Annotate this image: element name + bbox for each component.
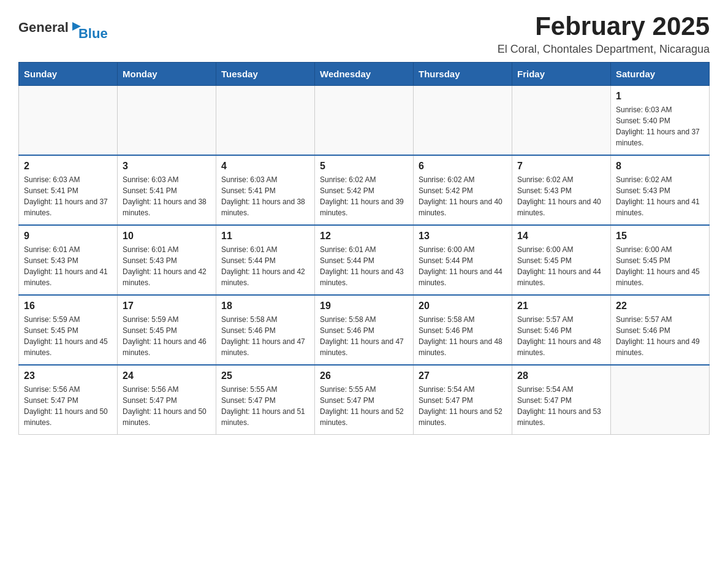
day-number: 22 <box>616 301 704 312</box>
title-block: February 2025 El Coral, Chontales Depart… <box>498 12 710 56</box>
calendar-week-row: 9Sunrise: 6:01 AM Sunset: 5:43 PM Daylig… <box>19 225 710 295</box>
day-info: Sunrise: 5:54 AM Sunset: 5:47 PM Dayligh… <box>419 384 507 428</box>
calendar-week-row: 23Sunrise: 5:56 AM Sunset: 5:47 PM Dayli… <box>19 365 710 435</box>
calendar-day-cell: 6Sunrise: 6:02 AM Sunset: 5:42 PM Daylig… <box>414 155 512 225</box>
calendar-day-cell: 1Sunrise: 6:03 AM Sunset: 5:40 PM Daylig… <box>611 86 710 156</box>
day-number: 8 <box>616 161 704 172</box>
day-number: 15 <box>616 231 704 242</box>
calendar-body: 1Sunrise: 6:03 AM Sunset: 5:40 PM Daylig… <box>19 86 710 435</box>
day-number: 27 <box>419 370 507 381</box>
day-number: 1 <box>616 91 704 102</box>
calendar-day-cell: 21Sunrise: 5:57 AM Sunset: 5:46 PM Dayli… <box>512 295 611 365</box>
day-number: 23 <box>24 370 112 381</box>
calendar-day-cell: 19Sunrise: 5:58 AM Sunset: 5:46 PM Dayli… <box>315 295 414 365</box>
calendar-day-cell: 27Sunrise: 5:54 AM Sunset: 5:47 PM Dayli… <box>414 365 512 435</box>
day-info: Sunrise: 6:03 AM Sunset: 5:40 PM Dayligh… <box>616 104 704 148</box>
day-number: 2 <box>24 161 112 172</box>
calendar-day-cell <box>19 86 118 156</box>
logo-wordmark: General <box>18 18 85 36</box>
day-info: Sunrise: 5:58 AM Sunset: 5:46 PM Dayligh… <box>221 314 309 358</box>
calendar-header-row: SundayMondayTuesdayWednesdayThursdayFrid… <box>19 63 710 86</box>
calendar-day-cell: 2Sunrise: 6:03 AM Sunset: 5:41 PM Daylig… <box>19 155 118 225</box>
day-info: Sunrise: 5:58 AM Sunset: 5:46 PM Dayligh… <box>419 314 507 358</box>
day-info: Sunrise: 6:02 AM Sunset: 5:43 PM Dayligh… <box>517 174 605 218</box>
calendar-week-row: 1Sunrise: 6:03 AM Sunset: 5:40 PM Daylig… <box>19 86 710 156</box>
day-number: 16 <box>24 301 112 312</box>
day-info: Sunrise: 5:54 AM Sunset: 5:47 PM Dayligh… <box>517 384 605 428</box>
page-title: February 2025 <box>498 12 710 40</box>
day-info: Sunrise: 6:03 AM Sunset: 5:41 PM Dayligh… <box>221 174 309 218</box>
day-info: Sunrise: 6:00 AM Sunset: 5:44 PM Dayligh… <box>419 244 507 288</box>
calendar-day-header: Tuesday <box>216 63 315 86</box>
calendar-day-cell <box>216 86 315 156</box>
day-number: 13 <box>419 231 507 242</box>
day-info: Sunrise: 6:01 AM Sunset: 5:44 PM Dayligh… <box>320 244 408 288</box>
day-info: Sunrise: 6:00 AM Sunset: 5:45 PM Dayligh… <box>517 244 605 288</box>
day-info: Sunrise: 6:03 AM Sunset: 5:41 PM Dayligh… <box>24 174 112 218</box>
calendar-day-header: Saturday <box>611 63 710 86</box>
day-info: Sunrise: 6:01 AM Sunset: 5:43 PM Dayligh… <box>123 244 211 288</box>
day-info: Sunrise: 6:03 AM Sunset: 5:41 PM Dayligh… <box>123 174 211 218</box>
day-number: 5 <box>320 161 408 172</box>
day-info: Sunrise: 5:55 AM Sunset: 5:47 PM Dayligh… <box>221 384 309 428</box>
calendar-header: SundayMondayTuesdayWednesdayThursdayFrid… <box>19 63 710 86</box>
day-info: Sunrise: 6:02 AM Sunset: 5:42 PM Dayligh… <box>320 174 408 218</box>
calendar-day-cell: 24Sunrise: 5:56 AM Sunset: 5:47 PM Dayli… <box>118 365 216 435</box>
day-info: Sunrise: 6:01 AM Sunset: 5:43 PM Dayligh… <box>24 244 112 288</box>
calendar-day-cell: 15Sunrise: 6:00 AM Sunset: 5:45 PM Dayli… <box>611 225 710 295</box>
day-number: 11 <box>221 231 309 242</box>
logo-blue-text: Blue <box>78 26 108 42</box>
day-number: 19 <box>320 301 408 312</box>
day-info: Sunrise: 5:59 AM Sunset: 5:45 PM Dayligh… <box>24 314 112 358</box>
page-header: General Blue February 2025 El Coral, Cho… <box>18 12 710 56</box>
day-number: 4 <box>221 161 309 172</box>
calendar-day-cell: 22Sunrise: 5:57 AM Sunset: 5:46 PM Dayli… <box>611 295 710 365</box>
calendar-day-cell <box>512 86 611 156</box>
day-number: 21 <box>517 301 605 312</box>
calendar-day-cell <box>315 86 414 156</box>
calendar-day-cell <box>611 365 710 435</box>
calendar-day-cell: 10Sunrise: 6:01 AM Sunset: 5:43 PM Dayli… <box>118 225 216 295</box>
calendar-day-cell: 23Sunrise: 5:56 AM Sunset: 5:47 PM Dayli… <box>19 365 118 435</box>
calendar-day-cell: 18Sunrise: 5:58 AM Sunset: 5:46 PM Dayli… <box>216 295 315 365</box>
logo: General Blue <box>18 12 108 42</box>
day-number: 20 <box>419 301 507 312</box>
calendar-day-cell <box>414 86 512 156</box>
day-info: Sunrise: 5:56 AM Sunset: 5:47 PM Dayligh… <box>24 384 112 428</box>
calendar-day-cell: 26Sunrise: 5:55 AM Sunset: 5:47 PM Dayli… <box>315 365 414 435</box>
day-number: 17 <box>123 301 211 312</box>
day-info: Sunrise: 5:57 AM Sunset: 5:46 PM Dayligh… <box>616 314 704 358</box>
calendar-day-cell: 11Sunrise: 6:01 AM Sunset: 5:44 PM Dayli… <box>216 225 315 295</box>
day-number: 25 <box>221 370 309 381</box>
calendar-day-cell: 16Sunrise: 5:59 AM Sunset: 5:45 PM Dayli… <box>19 295 118 365</box>
logo-blue-label: Blue <box>78 26 108 41</box>
day-info: Sunrise: 5:56 AM Sunset: 5:47 PM Dayligh… <box>123 384 211 428</box>
day-number: 28 <box>517 370 605 381</box>
day-info: Sunrise: 5:58 AM Sunset: 5:46 PM Dayligh… <box>320 314 408 358</box>
calendar-day-cell: 28Sunrise: 5:54 AM Sunset: 5:47 PM Dayli… <box>512 365 611 435</box>
day-info: Sunrise: 6:02 AM Sunset: 5:43 PM Dayligh… <box>616 174 704 218</box>
calendar-day-cell: 17Sunrise: 5:59 AM Sunset: 5:45 PM Dayli… <box>118 295 216 365</box>
calendar-day-cell: 3Sunrise: 6:03 AM Sunset: 5:41 PM Daylig… <box>118 155 216 225</box>
calendar-day-cell <box>118 86 216 156</box>
calendar-day-header: Friday <box>512 63 611 86</box>
day-info: Sunrise: 6:01 AM Sunset: 5:44 PM Dayligh… <box>221 244 309 288</box>
day-number: 9 <box>24 231 112 242</box>
calendar-day-cell: 14Sunrise: 6:00 AM Sunset: 5:45 PM Dayli… <box>512 225 611 295</box>
day-number: 10 <box>123 231 211 242</box>
calendar-day-header: Sunday <box>19 63 118 86</box>
day-info: Sunrise: 5:59 AM Sunset: 5:45 PM Dayligh… <box>123 314 211 358</box>
calendar-day-cell: 5Sunrise: 6:02 AM Sunset: 5:42 PM Daylig… <box>315 155 414 225</box>
calendar-day-cell: 12Sunrise: 6:01 AM Sunset: 5:44 PM Dayli… <box>315 225 414 295</box>
day-info: Sunrise: 6:02 AM Sunset: 5:42 PM Dayligh… <box>419 174 507 218</box>
day-info: Sunrise: 5:57 AM Sunset: 5:46 PM Dayligh… <box>517 314 605 358</box>
calendar-day-cell: 25Sunrise: 5:55 AM Sunset: 5:47 PM Dayli… <box>216 365 315 435</box>
day-number: 3 <box>123 161 211 172</box>
calendar-day-cell: 7Sunrise: 6:02 AM Sunset: 5:43 PM Daylig… <box>512 155 611 225</box>
calendar-table: SundayMondayTuesdayWednesdayThursdayFrid… <box>18 62 710 435</box>
day-info: Sunrise: 5:55 AM Sunset: 5:47 PM Dayligh… <box>320 384 408 428</box>
day-number: 12 <box>320 231 408 242</box>
logo-text-general: General <box>18 20 69 36</box>
day-info: Sunrise: 6:00 AM Sunset: 5:45 PM Dayligh… <box>616 244 704 288</box>
calendar-day-cell: 4Sunrise: 6:03 AM Sunset: 5:41 PM Daylig… <box>216 155 315 225</box>
